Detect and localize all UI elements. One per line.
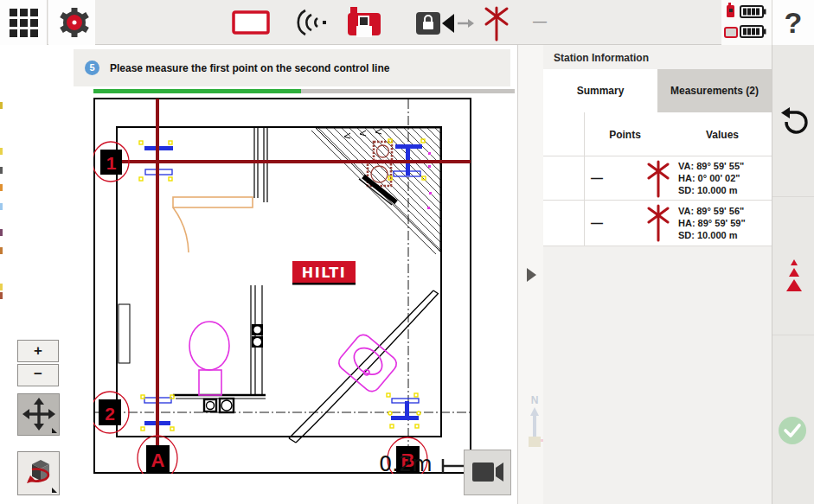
measurement-row[interactable]: — VA: 89° 59' 55" HA: 0° 00' 02" SD: 10.… (543, 156, 772, 201)
zoom-out-button[interactable]: − (17, 364, 59, 386)
point-name: — (591, 201, 603, 246)
tab-measurements-label: Measurements (2) (670, 85, 759, 97)
tab-summary[interactable]: Summary (543, 69, 657, 112)
rotate-3d-button[interactable] (17, 451, 60, 495)
layer-tick (0, 102, 3, 109)
marker-2-label: 2 (105, 404, 115, 424)
top-toolbar: — (0, 0, 814, 45)
rotate-cube-icon (20, 455, 58, 491)
help-button[interactable]: ? (772, 0, 814, 45)
floor-plan-canvas[interactable]: HILTI 1 2 A B 0 (93, 98, 471, 474)
tablet-battery-icon (725, 26, 766, 37)
layer-tick (0, 167, 3, 174)
ha-value: HA: 89° 59' 59" (678, 217, 746, 229)
gear-icon (55, 3, 93, 42)
logo-block: HILTI (292, 261, 356, 285)
progress-bar (93, 89, 515, 93)
layer-tick (0, 229, 3, 236)
measurement-values: VA: 89° 59' 56" HA: 89° 59' 59" SD: 10.0… (678, 205, 746, 241)
display-icon[interactable] (232, 10, 270, 35)
column-values: Values (673, 112, 772, 156)
tab-measurements[interactable]: Measurements (2) (657, 69, 772, 112)
panel-title: Station Information (543, 45, 772, 69)
signal-icon[interactable] (296, 9, 330, 36)
expand-panel-arrow[interactable] (527, 268, 536, 282)
va-value: VA: 89° 59' 55" (678, 160, 744, 172)
layer-tick (0, 292, 3, 299)
app-window: — (0, 0, 814, 504)
scale-label: 0.2m (379, 452, 433, 474)
instruction-text: Please measure the first point on the se… (110, 62, 389, 74)
zoom-in-button[interactable]: + (17, 340, 59, 362)
action-bar (772, 45, 814, 504)
pan-arrows-icon (22, 398, 55, 431)
layer-tick (0, 148, 3, 155)
measurements-table-header: Points Values (543, 112, 772, 156)
wall-opening (119, 304, 130, 363)
layer-tick (0, 284, 3, 290)
sd-value: SD: 10.000 m (678, 184, 744, 196)
progress-fill (93, 89, 301, 93)
confirm-button[interactable] (777, 415, 808, 446)
logo-text: HILTI (302, 265, 346, 281)
undo-button[interactable] (778, 104, 811, 137)
layer-tick (0, 247, 3, 254)
sd-value: SD: 10.000 m (678, 229, 746, 241)
layer-tick (0, 184, 3, 191)
measurement-values: VA: 89° 59' 55" HA: 0° 00' 02" SD: 10.00… (678, 160, 744, 196)
battery-status (721, 0, 772, 45)
ha-value: HA: 0° 00' 02" (678, 172, 744, 184)
marker-a-label: A (151, 450, 165, 471)
prism-pole-icon[interactable] (483, 5, 510, 41)
overflow-dash: — (533, 14, 547, 29)
camera-lock-icon[interactable] (416, 10, 477, 36)
prism-icon (645, 204, 671, 242)
north-compass: N (525, 385, 544, 454)
tab-summary-label: Summary (577, 85, 625, 97)
measurement-row[interactable]: — VA: 89° 59' 56" HA: 89° 59' 59" SD: 10… (543, 201, 772, 246)
column-points: Points (584, 112, 666, 156)
submenu-triangle (52, 428, 57, 433)
compass-label: N (531, 394, 539, 406)
instruction-banner: 5 Please measure the first point on the … (74, 49, 510, 86)
submenu-triangle (52, 488, 57, 493)
station-information-panel: Station Information Summary Measurements… (543, 45, 772, 504)
station-tabs: Summary Measurements (2) (543, 69, 772, 112)
layer-tick (0, 203, 3, 210)
marker-1-label: 1 (106, 153, 117, 173)
settings-button[interactable] (48, 0, 95, 45)
va-value: VA: 89° 59' 56" (678, 205, 746, 217)
station-battery-icon (727, 3, 766, 17)
prism-icon (645, 160, 671, 198)
point-name: — (591, 156, 603, 200)
camera-icon (471, 460, 505, 484)
apps-grid-icon (10, 9, 38, 37)
camera-view-button[interactable] (464, 450, 511, 495)
step-number-badge: 5 (85, 61, 99, 75)
apps-menu-button[interactable] (0, 0, 48, 45)
panel-splitter: N (517, 45, 543, 504)
prism-height-button[interactable] (783, 259, 805, 294)
pan-tool-button[interactable] (17, 393, 60, 436)
total-station-icon[interactable] (346, 5, 382, 41)
